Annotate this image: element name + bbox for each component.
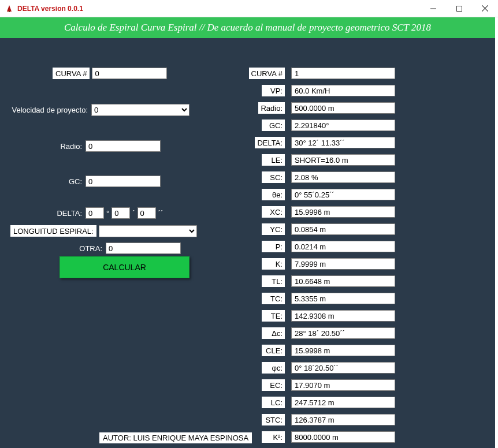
output-row: XC:15.9996 m <box>0 206 404 218</box>
output-label: CLE: <box>262 345 285 356</box>
output-value: 15.9996 m <box>291 206 395 218</box>
output-row: θe:0° 55´0.25´´ <box>0 189 404 200</box>
svg-rect-2 <box>456 6 462 11</box>
output-row: Radio:500.0000 m <box>0 102 404 114</box>
output-value: 60.0 Km/H <box>291 85 395 96</box>
output-label: SC: <box>262 171 285 183</box>
output-row: EC:17.9070 m <box>0 379 404 391</box>
output-value: 28° 18´ 20.50´´ <box>291 327 395 339</box>
output-label: Δc: <box>262 327 285 339</box>
output-row: φc:0° 18´20.50´´ <box>0 362 404 374</box>
output-row: LE:SHORT=16.0 m <box>0 154 404 166</box>
output-value: 142.9308 m <box>291 310 395 322</box>
output-value: 2.08 % <box>291 171 395 183</box>
output-row: Δc:28° 18´ 20.50´´ <box>0 327 404 339</box>
output-row: TL:10.6648 m <box>0 275 404 287</box>
output-label: DELTA: <box>255 137 285 148</box>
page-title: Calculo de Espiral Curva Espiral // De a… <box>0 17 495 38</box>
output-row: DELTA:30° 12´ 11.33´´ <box>0 137 404 148</box>
output-label: CURVA # <box>249 68 285 79</box>
output-value: 500.0000 m <box>291 102 395 114</box>
svg-rect-0 <box>9 11 10 12</box>
output-label: TE: <box>262 310 285 322</box>
output-label: YC: <box>262 223 285 235</box>
output-row: CURVA #1 <box>0 68 404 79</box>
output-label: STC: <box>262 414 285 425</box>
close-button[interactable] <box>472 0 498 17</box>
output-row: P:0.0214 m <box>0 241 404 252</box>
content-area: CURVA # Velocidad de proyecto: 0 Radio: … <box>0 38 495 446</box>
output-row: STC:126.3787 m <box>0 414 404 425</box>
output-row: TE:142.9308 m <box>0 310 404 322</box>
output-label: TL: <box>262 275 285 287</box>
output-label: θe: <box>262 189 285 200</box>
output-row: VP:60.0 Km/H <box>0 85 404 96</box>
maximize-button[interactable] <box>446 0 472 17</box>
output-value: 8000.0000 m <box>291 431 395 443</box>
output-value: 2.291840° <box>291 120 395 131</box>
window-title: DELTA version 0.0.1 <box>17 5 420 13</box>
output-label: φc: <box>262 362 285 374</box>
output-value: 7.9999 m <box>291 258 395 270</box>
output-value: 15.9998 m <box>291 345 395 356</box>
app-window: Calculo de Espiral Curva Espiral // De a… <box>0 17 495 448</box>
output-row: K:7.9999 m <box>0 258 404 270</box>
output-label: K: <box>262 258 285 270</box>
output-row: TC:5.3355 m <box>0 293 404 304</box>
output-value: 0.0214 m <box>291 241 395 252</box>
output-row: SC:2.08 % <box>0 171 404 183</box>
output-value: 5.3355 m <box>291 293 395 304</box>
output-value: 0° 55´0.25´´ <box>291 189 395 200</box>
title-bar: DELTA version 0.0.1 <box>0 0 498 17</box>
output-value: 30° 12´ 11.33´´ <box>291 137 395 148</box>
app-icon <box>5 4 14 13</box>
output-row: CLE:15.9998 m <box>0 345 404 356</box>
output-label: XC: <box>262 206 285 218</box>
output-value: 0.0854 m <box>291 223 395 235</box>
output-row: YC:0.0854 m <box>0 223 404 235</box>
window-controls <box>420 0 498 17</box>
output-value: SHORT=16.0 m <box>291 154 395 166</box>
output-label: TC: <box>262 293 285 304</box>
minimize-button[interactable] <box>420 0 446 17</box>
output-row: K²:8000.0000 m <box>0 431 404 443</box>
output-label: LE: <box>262 154 285 166</box>
output-label: EC: <box>262 379 285 391</box>
output-label: P: <box>262 241 285 252</box>
output-value: 17.9070 m <box>291 379 395 391</box>
output-row: GC:2.291840° <box>0 120 404 131</box>
output-value: 247.5712 m <box>291 397 395 408</box>
output-label: Radio: <box>258 102 285 114</box>
output-label: LC: <box>262 397 285 408</box>
output-value: 0° 18´20.50´´ <box>291 362 395 374</box>
output-value: 10.6648 m <box>291 275 395 287</box>
output-value: 1 <box>291 68 395 79</box>
output-label: VP: <box>262 85 285 96</box>
output-label: GC: <box>262 120 285 131</box>
output-label: K²: <box>262 431 285 443</box>
output-value: 126.3787 m <box>291 414 395 425</box>
output-row: LC:247.5712 m <box>0 397 404 408</box>
